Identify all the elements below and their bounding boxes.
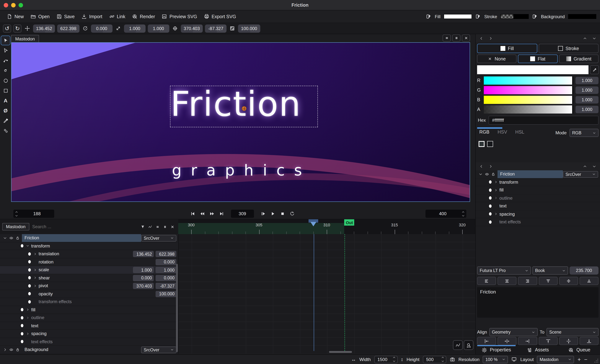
canvas-close-button[interactable] — [462, 35, 470, 42]
paint-target-fill-button[interactable]: Fill — [477, 44, 537, 53]
pivot-point-handle[interactable] — [242, 106, 246, 111]
canvas-pause-button[interactable] — [452, 35, 460, 42]
text-align-av-b[interactable] — [580, 277, 599, 285]
rotation-field[interactable]: 0.000 — [91, 24, 112, 32]
value-field[interactable]: -87.327 — [156, 283, 176, 289]
y-position-field[interactable]: 622.398 — [57, 24, 79, 32]
playhead-handle[interactable] — [310, 222, 316, 226]
color-mode-dropdown[interactable]: RGB — [570, 129, 599, 137]
timeline-search-input[interactable] — [31, 224, 139, 230]
timeline-row-spacing[interactable]: spacing — [0, 330, 178, 338]
new-button[interactable]: New — [4, 12, 27, 21]
tool-path[interactable] — [1, 56, 10, 65]
paint-type-none-button[interactable]: None — [477, 55, 517, 63]
resize-grip[interactable] — [594, 358, 599, 363]
channel-value-b[interactable]: 1.000 — [575, 96, 599, 103]
opacity-field[interactable]: 100.000 — [238, 24, 260, 32]
render-button[interactable]: Render — [129, 12, 158, 21]
fast-rewind-button[interactable] — [198, 210, 207, 218]
close-window-button[interactable] — [4, 3, 8, 7]
align-pivot-dropdown[interactable]: Geometry — [489, 328, 537, 336]
blend-mode-dropdown[interactable]: SrcOver — [141, 346, 176, 353]
playhead-line[interactable] — [314, 234, 314, 351]
timeline-row-translation[interactable]: translation136.452622.398 — [0, 250, 178, 258]
panel-collapse-icon[interactable] — [583, 36, 587, 40]
timeline-ruler[interactable]: 300305310315320Out — [178, 219, 475, 234]
timeline-graph-settings-button[interactable] — [148, 225, 152, 229]
timeline-row-fill[interactable]: fill — [0, 306, 178, 314]
timeline-pause-button[interactable] — [163, 225, 167, 229]
channel-slider-a[interactable] — [484, 105, 573, 114]
value-field[interactable]: 0.000 — [156, 275, 176, 281]
scene-width-spinner[interactable]: 1500 — [374, 356, 397, 363]
scene-canvas[interactable]: Friction graphics — [11, 42, 470, 202]
tool-color-picker[interactable] — [1, 116, 10, 125]
panel-expand-icon[interactable] — [592, 36, 596, 40]
record-dot[interactable] — [489, 212, 492, 216]
paint-target-stroke-button[interactable]: Stroke — [539, 44, 599, 53]
timeline-row-opacity[interactable]: opacity100.000 — [0, 290, 178, 298]
x-position-field[interactable]: 136.452 — [33, 24, 55, 32]
font-size-field[interactable]: 235.700 — [569, 266, 599, 274]
fill-swatch[interactable] — [444, 14, 472, 19]
value-field[interactable]: 1.000 — [156, 267, 176, 273]
timeline-row-friction[interactable]: FrictionSrcOver — [0, 234, 178, 242]
tool-rectangle[interactable] — [1, 86, 10, 95]
value-field[interactable]: 370.403 — [133, 283, 154, 289]
text-content-editor[interactable]: Friction — [477, 287, 599, 318]
layout-dropdown[interactable]: Mastodon — [537, 356, 574, 363]
blend-mode-dropdown[interactable]: SrcOver — [563, 171, 598, 178]
nav-forward-icon[interactable] — [489, 36, 493, 40]
bookmark-color-1[interactable] — [478, 141, 485, 147]
nav-back-icon[interactable] — [479, 36, 483, 40]
resolution-dropdown[interactable]: 100 % — [483, 356, 508, 363]
record-dot[interactable] — [28, 268, 31, 272]
timeline-keyframe-grid[interactable] — [178, 234, 475, 354]
record-dot[interactable] — [28, 276, 31, 280]
import-button[interactable]: Import — [78, 12, 105, 21]
scene-height-spinner[interactable]: 500 — [423, 356, 446, 363]
open-button[interactable]: Open — [28, 12, 53, 21]
export-svg-button[interactable]: Export SVG — [201, 12, 239, 21]
nav-back-icon[interactable] — [479, 164, 483, 168]
current-color-bar[interactable] — [477, 65, 589, 74]
timeline-row-text-effects[interactable]: text effects — [0, 338, 178, 346]
record-dot[interactable] — [21, 308, 23, 311]
tool-null-object[interactable]: Ø — [1, 106, 10, 115]
skip-to-start-button[interactable] — [188, 210, 197, 218]
tool-text[interactable]: A — [1, 96, 10, 105]
range-start-spinner[interactable]: 188 — [13, 210, 54, 218]
color-picker-button[interactable] — [590, 65, 599, 74]
record-dot[interactable] — [28, 252, 31, 256]
timeline-row-transform-effects[interactable]: transform effects — [0, 298, 178, 306]
save-button[interactable]: Save — [53, 12, 78, 21]
channel-slider-b[interactable] — [484, 96, 573, 104]
font-family-dropdown[interactable]: Futura LT Pro — [477, 266, 531, 274]
range-end-spinner[interactable]: 400 — [425, 210, 466, 218]
tool-nodes[interactable] — [1, 126, 10, 136]
properties-row-transform[interactable]: transform — [476, 178, 600, 186]
record-dot[interactable] — [21, 332, 23, 336]
timeline-tab-mastodon[interactable]: Mastodon — [2, 223, 29, 230]
colorspace-tab-rgb[interactable]: RGB — [479, 129, 489, 135]
timeline-row-transform[interactable]: transform — [0, 242, 178, 250]
align-ae-l[interactable] — [477, 337, 496, 345]
zoom-window-button[interactable] — [19, 3, 23, 7]
timeline-row-shear[interactable]: shear0.0000.000 — [0, 274, 178, 282]
record-dot[interactable] — [21, 340, 23, 343]
align-target-dropdown[interactable]: Scene — [547, 328, 599, 336]
paint-type-flat-button[interactable]: Flat — [518, 55, 558, 63]
text-align-av-m[interactable] — [559, 277, 578, 285]
panel-collapse-icon[interactable] — [583, 164, 587, 168]
record-dot[interactable] — [489, 196, 492, 200]
hex-input[interactable] — [489, 116, 599, 125]
timeline-close-button[interactable] — [170, 225, 175, 229]
value-field[interactable]: 100.000 — [156, 291, 176, 297]
dock-tab-properties[interactable]: Properties — [476, 346, 517, 354]
dock-tab-queue[interactable]: Queue — [559, 346, 600, 354]
timeline-menu-button[interactable] — [156, 225, 160, 229]
properties-row-fill[interactable]: fill — [476, 186, 600, 194]
bookmark-color-2[interactable] — [487, 141, 493, 147]
colorspace-tab-hsv[interactable]: HSV — [497, 129, 507, 135]
timeline-row-rotation[interactable]: rotation0.000 — [0, 258, 178, 266]
